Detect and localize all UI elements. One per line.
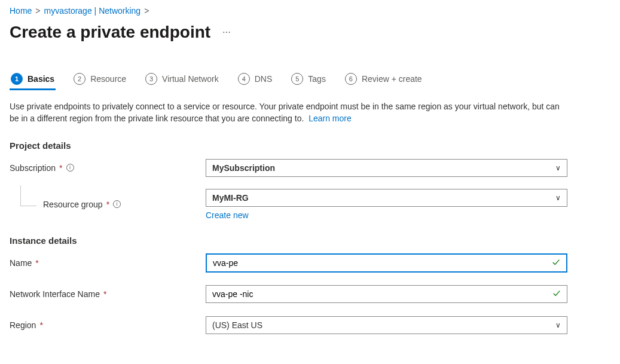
breadcrumb: Home > myvastorage | Networking > (10, 6, 610, 16)
step-number-icon: 3 (145, 73, 157, 85)
nic-name-label: Network Interface Name (10, 289, 100, 299)
resource-group-select[interactable]: MyMI-RG ∨ (206, 189, 567, 207)
tab-basics[interactable]: 1 Basics (10, 73, 56, 90)
tab-label: Basics (28, 74, 54, 84)
breadcrumb-resource[interactable]: myvastorage | Networking (44, 6, 141, 16)
name-input[interactable] (206, 253, 567, 273)
name-label: Name (10, 258, 32, 268)
tab-label: Tags (308, 74, 326, 84)
chevron-right-icon: > (144, 6, 149, 16)
required-icon: * (59, 163, 62, 173)
resource-group-label: Resource group (43, 200, 103, 209)
info-icon[interactable]: i (113, 200, 121, 208)
intro-text: Use private endpoints to privately conne… (10, 100, 569, 125)
step-number-icon: 4 (238, 73, 250, 85)
tab-label: Resource (90, 74, 126, 84)
tab-label: Virtual Network (162, 74, 219, 84)
section-project-details: Project details (10, 140, 610, 151)
checkmark-icon (552, 289, 561, 299)
tab-dns[interactable]: 4 DNS (237, 73, 274, 90)
checkmark-icon (552, 258, 560, 268)
chevron-right-icon: > (35, 6, 40, 16)
required-icon: * (106, 200, 109, 209)
step-number-icon: 1 (11, 73, 23, 85)
chevron-down-icon: ∨ (555, 321, 561, 329)
learn-more-link[interactable]: Learn more (309, 114, 352, 123)
nic-name-input[interactable] (206, 285, 567, 303)
page-title: Create a private endpoint (10, 23, 210, 42)
tab-review-create[interactable]: 6 Review + create (344, 73, 423, 90)
tabs: 1 Basics 2 Resource 3 Virtual Network 4 … (10, 73, 610, 90)
tab-label: DNS (255, 74, 273, 84)
subscription-select[interactable]: MySubscription ∨ (206, 159, 567, 177)
more-actions-button[interactable]: ⋯ (222, 27, 232, 37)
chevron-down-icon: ∨ (555, 194, 561, 202)
required-icon: * (39, 320, 42, 330)
subscription-label: Subscription (10, 163, 56, 173)
region-select[interactable]: (US) East US ∨ (206, 316, 567, 334)
step-number-icon: 6 (345, 73, 357, 85)
create-new-link[interactable]: Create new (206, 210, 567, 220)
chevron-down-icon: ∨ (555, 164, 561, 172)
step-number-icon: 2 (74, 73, 85, 85)
breadcrumb-home[interactable]: Home (10, 6, 32, 16)
tab-label: Review + create (362, 74, 422, 84)
info-icon[interactable]: i (66, 164, 74, 172)
required-icon: * (103, 289, 106, 299)
tab-tags[interactable]: 5 Tags (290, 73, 327, 90)
tab-resource[interactable]: 2 Resource (72, 73, 127, 90)
section-instance-details: Instance details (10, 235, 610, 246)
step-number-icon: 5 (291, 73, 303, 85)
tab-virtual-network[interactable]: 3 Virtual Network (144, 73, 220, 90)
required-icon: * (35, 258, 38, 268)
region-label: Region (10, 320, 36, 330)
